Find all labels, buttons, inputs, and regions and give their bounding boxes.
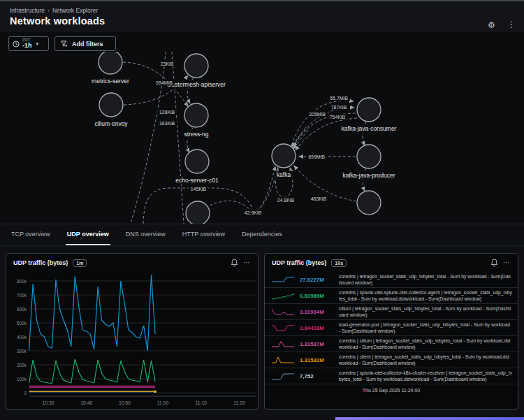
udp-traffic-line-chart[interactable]: 0100k200k300k400k500k600k700k800k10:3010… — [6, 272, 258, 409]
legend-row[interactable]: 6.83989Mcoredns | splunk-otel-splunk-ote… — [265, 287, 518, 303]
workload-graph[interactable]: metrics-serverclustermesh-apiserverciliu… — [0, 52, 524, 224]
y-axis-tick: 600k — [17, 307, 27, 312]
edge-traffic-label: 128KiB — [157, 109, 177, 115]
page-header: Infrastructure›Network Explorer Network … — [0, 1, 524, 32]
node-label-kafka[interactable]: kafka — [275, 171, 293, 179]
node-label-kafka-java-consumer[interactable]: kafka-java-consumer — [340, 124, 399, 133]
breadcrumb-network-explorer[interactable]: Network Explorer — [52, 7, 98, 14]
graph-edge — [210, 168, 278, 211]
series-end-dot — [154, 391, 157, 393]
bell-icon[interactable] — [490, 259, 498, 267]
chart-resolution-badge: 1m — [73, 259, 87, 267]
tab-http-overview[interactable]: HTTP overview — [181, 224, 226, 245]
legend-sparkline — [270, 339, 296, 349]
legend-sparkline — [270, 275, 296, 285]
graph-node-metrics-server[interactable] — [99, 52, 122, 74]
graph-node-kafka-java-producer[interactable] — [357, 145, 381, 168]
panel-menu-icon[interactable]: ⋯ — [503, 259, 511, 266]
network-workloads-page: Infrastructure›Network Explorer Network … — [0, 0, 524, 420]
x-axis-tick: 10:40 — [80, 400, 92, 405]
overview-tabs: TCP overview UDP overview DNS overview H… — [0, 224, 524, 246]
node-label-metrics-server[interactable]: metrics-server — [89, 77, 131, 85]
tab-tcp-overview[interactable]: TCP overview — [10, 224, 52, 245]
legend-description: coredns | tetragon_socket_stats_udp_txby… — [339, 273, 512, 286]
legend-resolution-badge: 10s — [331, 259, 347, 267]
time-range-value: PDT -1h — [22, 38, 32, 49]
x-axis-tick: 10:30 — [42, 400, 54, 405]
graph-node-cilium-envoy[interactable] — [99, 93, 123, 117]
bottom-accent-bar — [335, 417, 524, 420]
panel-menu-icon[interactable]: ⋯ — [243, 259, 251, 266]
edge-traffic-label: 24.8KiB — [275, 197, 297, 203]
legend-panel-header: UDP traffic (bytes) 10s ⋯ — [265, 254, 518, 272]
breadcrumb-chevron-icon: › — [48, 7, 50, 14]
y-axis-tick: 700k — [17, 293, 27, 298]
legend-row[interactable]: 1.31532Mcoredns | client | tetragon_sock… — [265, 352, 518, 368]
gear-icon[interactable]: ⚙ — [488, 21, 495, 29]
bell-icon[interactable] — [231, 259, 238, 267]
edge-traffic-label: 594MiB — [154, 80, 175, 86]
udp-traffic-chart-panel: UDP traffic (bytes) 1m ⋯ 0100k200k300k40… — [6, 253, 259, 410]
tab-udp-overview[interactable]: UDP overview — [66, 224, 110, 245]
tab-dependencies[interactable]: Dependencies — [240, 224, 284, 245]
graph-node-clustermesh-apiserver[interactable] — [184, 54, 208, 78]
udp-traffic-legend-panel: UDP traffic (bytes) 10s ⋯ 27.8227Mcoredn… — [264, 253, 518, 410]
edge-traffic-label: 699MiB — [306, 154, 327, 160]
legend-row[interactable]: 1.31537Mcoredns | cilium | tetragon_sock… — [265, 335, 518, 352]
graph-node[interactable] — [186, 201, 210, 224]
edge-traffic-label: 754KiB — [328, 114, 348, 120]
clock-icon — [13, 41, 20, 48]
legend-description: load-generator-pod | tetragon_socket_sta… — [339, 321, 512, 334]
y-axis-tick: 800k — [17, 279, 27, 284]
legend-rows: 27.8227Mcoredns | tetragon_socket_stats_… — [265, 272, 518, 384]
legend-sparkline — [270, 307, 296, 317]
legend-description: coredns | splunk-otel-splunk-otel-collec… — [339, 289, 512, 302]
graph-edge — [291, 127, 306, 147]
graph-node[interactable] — [357, 191, 381, 215]
series-coredns — [29, 275, 156, 351]
graph-node-echo-server-c01[interactable] — [185, 150, 209, 173]
legend-row[interactable]: 2.84418Mload-generator-pod | tetragon_so… — [265, 319, 518, 335]
y-axis-tick: 400k — [17, 335, 27, 340]
graph-node-stress-ng[interactable] — [184, 103, 208, 127]
legend-sparkline — [270, 355, 296, 365]
add-filters-label: Add filters — [72, 41, 103, 48]
node-label-kafka-java-producer[interactable]: kafka-java-producer — [340, 171, 397, 180]
x-axis-tick: 10:50 — [119, 400, 131, 405]
legend-sparkline — [270, 323, 296, 333]
chevron-down-icon: ▾ — [36, 41, 39, 47]
kebab-menu-icon[interactable]: ⋮ — [507, 20, 516, 29]
add-filters-button[interactable]: Add filters — [54, 36, 116, 51]
workload-graph-svg — [0, 52, 524, 224]
graph-node-kafka[interactable] — [272, 144, 296, 168]
legend-row[interactable]: 27.8227Mcoredns | tetragon_socket_stats_… — [265, 272, 518, 287]
legend-value: 2.84418M — [300, 325, 335, 331]
tab-dns-overview[interactable]: DNS overview — [124, 224, 167, 245]
legend-value: 1.31537M — [300, 341, 335, 347]
legend-description: coredns | cilium | tetragon_socket_stats… — [339, 338, 512, 350]
legend-sparkline — [270, 371, 296, 382]
graph-node-kafka-java-consumer[interactable] — [357, 98, 381, 122]
legend-description: coredns | splunk-otel-collector-k8s-clus… — [339, 370, 512, 382]
edge-traffic-label: 23KiB — [159, 61, 176, 67]
node-label-stress-ng[interactable]: stress-ng — [182, 130, 211, 138]
legend-row[interactable]: 7,752coredns | splunk-otel-collector-k8s… — [265, 368, 518, 384]
x-axis-tick: 11:20 — [233, 400, 245, 405]
filter-icon — [61, 41, 68, 48]
edge-traffic-label: 163KiB — [157, 120, 177, 126]
edge-traffic-label: 787KiB — [329, 104, 349, 110]
x-axis-tick: 11:10 — [196, 400, 208, 405]
network-graph-section: PDT -1h ▾ Add filters metrics-serverclus… — [0, 32, 524, 224]
edge-traffic-label: 483KiB — [309, 196, 329, 202]
node-label-cilium-envoy[interactable]: cilium-envoy — [92, 120, 129, 128]
chart-panel-title: UDP traffic (bytes) — [13, 259, 68, 266]
node-label-echo-server-c01[interactable]: echo-server-c01 — [173, 176, 220, 184]
legend-value: 3.31934M — [300, 309, 335, 315]
edge-traffic-label: 205MiB — [307, 111, 328, 117]
legend-description: cilium | tetragon_socket_stats_udp_txbyt… — [339, 305, 512, 318]
legend-row[interactable]: 3.31934Mcilium | tetragon_socket_stats_u… — [265, 303, 518, 319]
time-range-picker[interactable]: PDT -1h ▾ — [8, 36, 49, 51]
edge-traffic-label: 42.9KiB — [242, 210, 264, 216]
edge-traffic-label: 145KiB — [189, 186, 209, 192]
breadcrumb-infrastructure[interactable]: Infrastructure — [10, 7, 45, 14]
